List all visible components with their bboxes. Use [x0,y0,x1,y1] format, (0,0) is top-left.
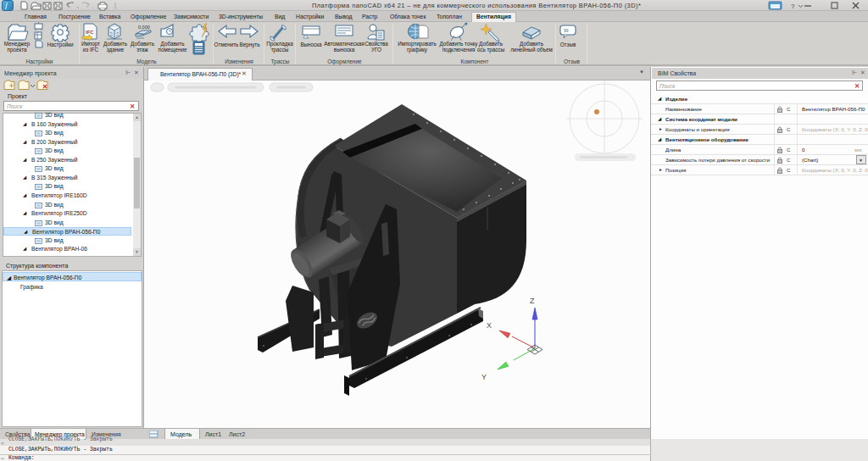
svg-text:?: ? [791,3,795,10]
svg-text:X: X [487,321,492,330]
svg-text:0,000: 0,000 [138,25,150,30]
svg-text:Y: Y [481,373,487,381]
svg-text:Z: Z [530,297,535,305]
svg-text:IFC: IFC [86,30,94,35]
svg-text:99: 99 [564,28,569,33]
